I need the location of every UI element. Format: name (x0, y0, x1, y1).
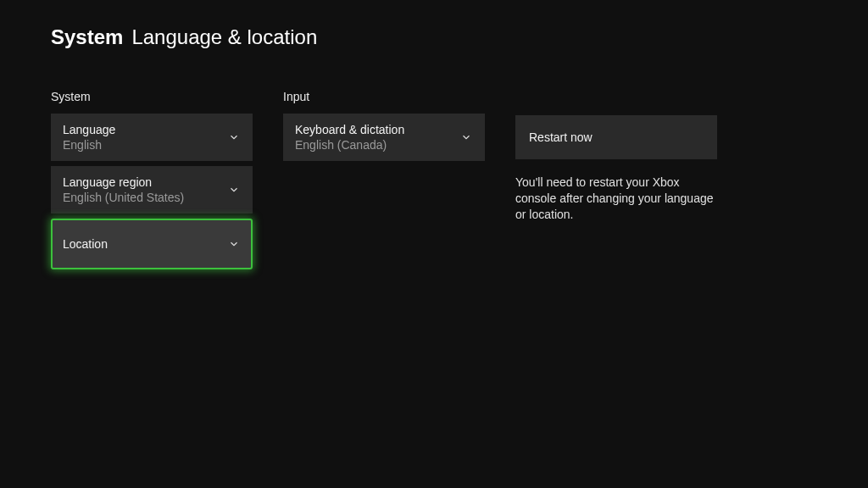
keyboard-dictation-dropdown[interactable]: Keyboard & dictation English (Canada) (283, 114, 485, 161)
section-label-system: System (51, 90, 253, 103)
keyboard-value: English (Canada) (295, 137, 404, 152)
section-label-input: Input (283, 90, 485, 103)
keyboard-label: Keyboard & dictation (295, 122, 404, 137)
language-region-dropdown[interactable]: Language region English (United States) (51, 166, 253, 214)
language-dropdown[interactable]: Language English (51, 114, 253, 161)
column-action: Restart now You'll need to restart your … (515, 90, 717, 274)
restart-note: You'll need to restart your Xbox console… (515, 175, 717, 223)
page-header: System Language & location (51, 25, 817, 49)
restart-now-button[interactable]: Restart now (515, 115, 717, 159)
language-label: Language (63, 122, 115, 137)
spacer (515, 90, 717, 105)
chevron-down-icon (227, 183, 241, 197)
location-dropdown[interactable]: Location (51, 219, 253, 269)
language-region-label: Language region (63, 175, 184, 190)
language-region-value: English (United States) (63, 190, 184, 205)
chevron-down-icon (459, 130, 473, 144)
chevron-down-icon (227, 130, 241, 144)
header-prefix: System (51, 25, 123, 49)
column-input: Input Keyboard & dictation English (Cana… (283, 90, 485, 274)
location-label: Location (63, 236, 108, 252)
restart-now-label: Restart now (529, 130, 593, 144)
header-title: Language & location (131, 25, 317, 49)
column-system: System Language English Language region … (51, 90, 253, 274)
chevron-down-icon (227, 237, 241, 251)
language-value: English (63, 137, 115, 152)
